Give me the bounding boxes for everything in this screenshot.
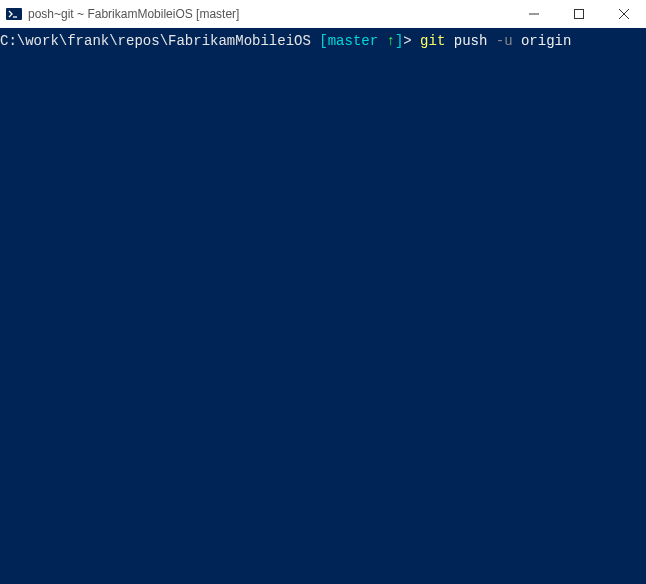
minimize-button[interactable] — [511, 0, 556, 28]
branch-name: master — [328, 33, 387, 49]
title-bar: posh~git ~ FabrikamMobileiOS [master] — [0, 0, 646, 28]
cmd-push: push — [445, 33, 495, 49]
git-keyword: git — [420, 33, 445, 49]
terminal-body[interactable]: C:\work\frank\repos\FabrikamMobileiOS [m… — [0, 28, 646, 584]
powershell-window: posh~git ~ FabrikamMobileiOS [master] C:… — [0, 0, 646, 584]
prompt-line: C:\work\frank\repos\FabrikamMobileiOS [m… — [0, 32, 646, 50]
powershell-icon — [6, 6, 22, 22]
svg-rect-3 — [574, 10, 583, 19]
branch-arrow-icon: ↑ — [386, 33, 394, 49]
prompt-char: > — [403, 33, 420, 49]
window-title: posh~git ~ FabrikamMobileiOS [master] — [28, 7, 511, 21]
window-controls — [511, 0, 646, 28]
branch-bracket-open: [ — [319, 33, 327, 49]
cmd-origin: origin — [513, 33, 572, 49]
cmd-flag: -u — [496, 33, 513, 49]
maximize-button[interactable] — [556, 0, 601, 28]
svg-rect-0 — [6, 8, 22, 20]
close-button[interactable] — [601, 0, 646, 28]
prompt-path: C:\work\frank\repos\FabrikamMobileiOS — [0, 33, 319, 49]
